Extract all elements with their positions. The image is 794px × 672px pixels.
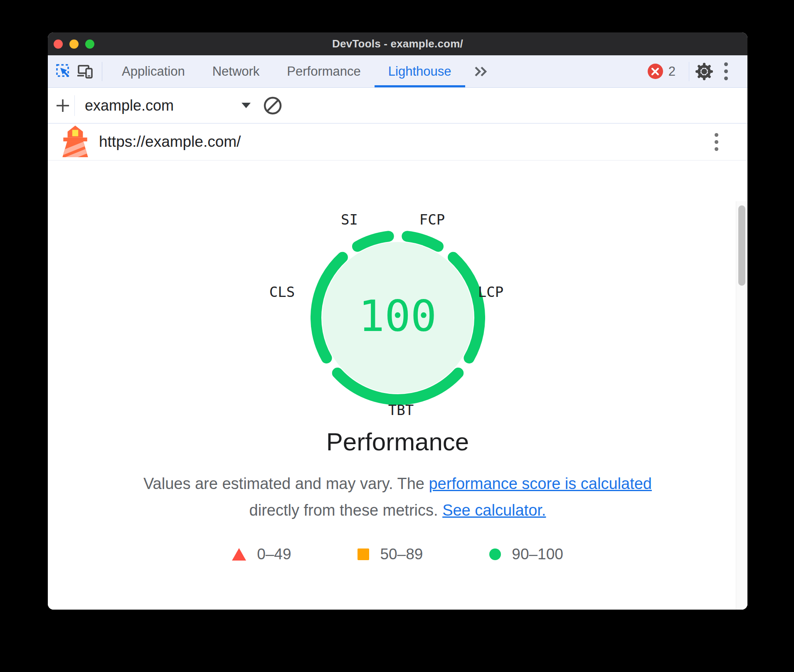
metric-label-cls: CLS bbox=[269, 284, 295, 300]
score-legend: 0–49 50–89 90–100 bbox=[48, 546, 747, 563]
report-options-menu-button[interactable] bbox=[715, 133, 718, 151]
scrollbar-thumb[interactable] bbox=[738, 205, 745, 286]
tab-network[interactable]: Network bbox=[199, 55, 274, 87]
report-url: https://example.com/ bbox=[99, 133, 241, 151]
selected-target-label: example.com bbox=[85, 97, 241, 114]
score-calculation-link[interactable]: performance score is calculated bbox=[429, 475, 651, 492]
pass-circle-icon bbox=[489, 548, 501, 560]
block-icon bbox=[263, 96, 282, 115]
tab-application[interactable]: Application bbox=[108, 55, 199, 87]
close-window-button[interactable] bbox=[54, 40, 63, 49]
performance-gauge[interactable]: 100 FCP LCP TBT CLS SI bbox=[261, 201, 535, 422]
metric-label-fcp: FCP bbox=[419, 211, 445, 228]
fail-triangle-icon bbox=[232, 548, 246, 561]
toolbar-divider bbox=[102, 62, 102, 81]
minimize-window-button[interactable] bbox=[69, 40, 79, 49]
add-target-button[interactable] bbox=[52, 94, 74, 117]
devtools-window: DevTools - example.com/ Application Netw… bbox=[48, 32, 747, 610]
legend-label: 0–49 bbox=[257, 546, 291, 563]
metric-label-si: SI bbox=[341, 211, 358, 228]
dropdown-arrow-icon bbox=[241, 102, 251, 109]
clear-targets-button[interactable] bbox=[262, 94, 284, 117]
error-x-icon bbox=[651, 67, 660, 76]
lighthouse-report-content: 100 FCP LCP TBT CLS SI Performance Value… bbox=[48, 201, 747, 610]
lighthouse-target-bar: example.com bbox=[48, 88, 747, 124]
legend-label: 50–89 bbox=[380, 546, 423, 563]
category-title: Performance bbox=[48, 427, 747, 457]
report-header-bar: https://example.com/ bbox=[48, 124, 747, 161]
devtools-menu-button[interactable] bbox=[715, 60, 737, 83]
more-tabs-button[interactable] bbox=[473, 65, 488, 78]
title-bar: DevTools - example.com/ bbox=[48, 32, 747, 55]
device-toolbar-icon bbox=[77, 64, 94, 79]
metric-label-lcp: LCP bbox=[478, 284, 503, 300]
target-bar-divider bbox=[74, 95, 75, 116]
legend-label: 90–100 bbox=[512, 546, 563, 563]
plus-icon bbox=[55, 98, 71, 114]
tab-performance[interactable]: Performance bbox=[273, 55, 374, 87]
legend-item-pass: 90–100 bbox=[489, 546, 563, 563]
settings-button[interactable] bbox=[693, 60, 715, 83]
description-text-1: Values are estimated and may vary. The bbox=[143, 475, 429, 492]
zoom-window-button[interactable] bbox=[85, 40, 94, 49]
window-title: DevTools - example.com/ bbox=[332, 37, 463, 50]
scrollbar-track[interactable] bbox=[736, 201, 747, 610]
double-chevron-icon bbox=[473, 65, 488, 78]
tab-lighthouse[interactable]: Lighthouse bbox=[375, 55, 465, 87]
gear-icon bbox=[695, 63, 713, 80]
toolbar-divider bbox=[689, 62, 689, 81]
target-select-dropdown[interactable]: example.com bbox=[85, 97, 251, 114]
legend-item-fail: 0–49 bbox=[232, 546, 291, 563]
inspect-element-button[interactable] bbox=[53, 60, 74, 83]
devtools-toolbar: Application Network Performance Lighthou… bbox=[48, 55, 747, 88]
lighthouse-logo-icon bbox=[58, 125, 92, 159]
window-controls bbox=[54, 32, 94, 55]
average-square-icon bbox=[358, 548, 369, 560]
metric-label-tbt: TBT bbox=[388, 402, 414, 418]
toggle-device-toolbar-button[interactable] bbox=[74, 60, 96, 83]
performance-score: 100 bbox=[359, 291, 437, 341]
error-count: 2 bbox=[668, 64, 676, 79]
legend-item-average: 50–89 bbox=[358, 546, 423, 563]
see-calculator-link[interactable]: See calculator. bbox=[442, 502, 546, 519]
score-description: Values are estimated and may vary. The p… bbox=[128, 471, 668, 524]
description-text-2: directly from these metrics. bbox=[249, 502, 443, 519]
inspect-element-icon bbox=[56, 64, 72, 79]
kebab-menu-icon bbox=[724, 62, 728, 80]
console-error-badge[interactable] bbox=[648, 64, 663, 79]
